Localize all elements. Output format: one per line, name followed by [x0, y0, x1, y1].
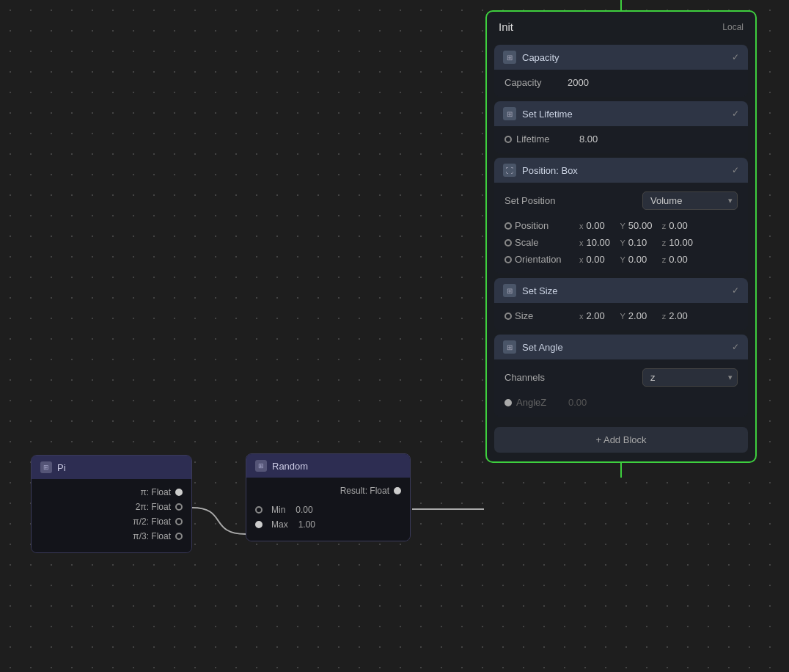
lifetime-field-row: Lifetime 8.00: [504, 134, 738, 145]
scale-x-value: 10.00: [587, 237, 614, 248]
block-position-header-left: ⛶ Position: Box: [503, 164, 578, 177]
random-node-header: ⊞ Random: [246, 454, 410, 478]
scale-socket: [504, 239, 512, 246]
scale-z-label: z: [662, 238, 667, 247]
pi-node-icon: ⊞: [40, 461, 52, 473]
angle-icon: ⊞: [503, 340, 516, 354]
anglez-socket: [504, 399, 512, 406]
block-position-box: ⛶ Position: Box ✓ Set Position Volume Su…: [494, 158, 748, 274]
position-body: Set Position Volume Surface Edge Vertex …: [494, 183, 748, 274]
pi-port-pi2-dot: [175, 518, 183, 525]
random-min-value: 0.00: [296, 505, 312, 515]
pi-port-pi3-dot: [175, 533, 183, 540]
scale-y-value: 0.10: [628, 237, 656, 248]
position-label: Position: Box: [522, 165, 578, 176]
set-position-row: Set Position Volume Surface Edge Vertex: [504, 190, 738, 214]
position-xyz-row: Position x 0.00 Y 50.00 z 0.00: [504, 220, 738, 231]
pi-port-2pi-label: 2π: Float: [136, 502, 171, 512]
capacity-field-value: 2000: [568, 77, 589, 88]
channels-dropdown[interactable]: x y z xyz: [642, 368, 738, 387]
orientation-y-value: 0.00: [628, 254, 656, 265]
capacity-icon: ⊞: [503, 51, 516, 64]
scale-xyz-label: Scale: [515, 237, 573, 248]
size-icon: ⊞: [503, 284, 516, 297]
channels-row: Channels x y z xyz: [504, 367, 738, 391]
pi-node-title: Pi: [57, 462, 66, 473]
scale-y-label: Y: [620, 238, 625, 247]
position-x-label: x: [579, 222, 584, 230]
random-node-body: Result: Float Min 0.00 Max 1.00: [246, 478, 410, 541]
volume-dropdown[interactable]: Volume Surface Edge Vertex: [642, 191, 738, 210]
size-z-label: z: [662, 312, 667, 321]
size-label: Set Size: [522, 285, 557, 296]
block-angle-header[interactable]: ⊞ Set Angle ✓: [494, 335, 748, 359]
random-result-row: Result: Float: [255, 483, 401, 498]
block-lifetime-header-left: ⊞ Set Lifetime: [503, 107, 573, 120]
size-xyz-label: Size: [515, 310, 573, 321]
orientation-z-label: z: [662, 255, 667, 264]
capacity-field-label: Capacity: [504, 77, 563, 88]
channels-label: Channels: [504, 372, 545, 383]
size-z-value: 2.00: [669, 310, 697, 321]
pi-node: ⊞ Pi π: Float 2π: Float π/2: Float π/3: …: [31, 455, 192, 553]
lifetime-body: Lifetime 8.00: [494, 126, 748, 153]
block-size-header[interactable]: ⊞ Set Size ✓: [494, 278, 748, 303]
angle-label: Set Angle: [522, 342, 563, 353]
volume-dropdown-wrapper: Volume Surface Edge Vertex: [642, 191, 738, 210]
position-y-value: 50.00: [628, 220, 656, 231]
block-capacity-header-left: ⊞ Capacity: [503, 51, 559, 64]
block-capacity-header[interactable]: ⊞ Capacity ✓: [494, 45, 748, 70]
position-z-label: z: [662, 222, 667, 230]
position-x-value: 0.00: [587, 220, 614, 231]
block-capacity: ⊞ Capacity ✓ Capacity 2000: [494, 45, 748, 97]
pi-node-header: ⊞ Pi: [32, 456, 191, 479]
orientation-y-label: Y: [620, 255, 625, 264]
set-position-label: Set Position: [504, 195, 555, 206]
pi-port-pi2-label: π/2: Float: [133, 516, 171, 527]
lifetime-field-label: Lifetime: [516, 134, 575, 145]
size-y-value: 2.00: [628, 310, 656, 321]
pi-port-pi-label: π: Float: [140, 487, 171, 497]
random-node: ⊞ Random Result: Float Min 0.00 Max 1.00: [246, 453, 411, 541]
add-block-button[interactable]: + Add Block: [494, 427, 748, 453]
block-angle-header-left: ⊞ Set Angle: [503, 340, 563, 354]
pi-port-pi3-label: π/3: Float: [133, 531, 171, 541]
size-y-label: Y: [620, 312, 625, 321]
pi-node-body: π: Float 2π: Float π/2: Float π/3: Float: [32, 479, 191, 552]
capacity-label: Capacity: [522, 52, 559, 63]
capacity-body: Capacity 2000: [494, 70, 748, 97]
pi-port-pi: π: Float: [40, 485, 183, 500]
block-lifetime-header[interactable]: ⊞ Set Lifetime ✓: [494, 101, 748, 126]
random-max-label: Max: [271, 519, 288, 530]
block-set-size: ⊞ Set Size ✓ Size x 2.00 Y 2.00 z 2.00: [494, 278, 748, 330]
orientation-x-value: 0.00: [587, 254, 614, 265]
angle-chevron: ✓: [732, 342, 739, 352]
pi-port-pi2: π/2: Float: [40, 514, 183, 529]
position-xyz-label: Position: [515, 220, 573, 231]
random-min-dot: [255, 506, 263, 514]
position-z-value: 0.00: [669, 220, 697, 231]
lifetime-label: Set Lifetime: [522, 109, 573, 120]
angle-body: Channels x y z xyz AngleZ 0.00: [494, 359, 748, 417]
random-max-value: 1.00: [298, 519, 315, 530]
lifetime-icon: ⊞: [503, 107, 516, 120]
block-set-angle: ⊞ Set Angle ✓ Channels x y z xyz An: [494, 335, 748, 417]
block-position-header[interactable]: ⛶ Position: Box ✓: [494, 158, 748, 183]
random-node-icon: ⊞: [255, 460, 267, 472]
init-title: Init: [499, 21, 513, 33]
size-body: Size x 2.00 Y 2.00 z 2.00: [494, 303, 748, 330]
init-header: Init Local: [487, 12, 755, 40]
pi-port-pi-dot: [175, 489, 183, 496]
anglez-label: AngleZ: [516, 397, 564, 408]
pi-port-pi3: π/3: Float: [40, 529, 183, 544]
init-connector-bottom: [620, 461, 622, 478]
pi-port-2pi-dot: [175, 503, 183, 511]
random-node-title: Random: [272, 461, 308, 472]
random-max-dot: [255, 521, 263, 528]
orientation-socket: [504, 256, 512, 263]
random-result-dot: [394, 487, 401, 494]
channels-dropdown-wrapper: x y z xyz: [642, 368, 738, 387]
scale-x-label: x: [579, 238, 584, 247]
orientation-z-value: 0.00: [669, 254, 697, 265]
lifetime-chevron: ✓: [732, 109, 739, 119]
